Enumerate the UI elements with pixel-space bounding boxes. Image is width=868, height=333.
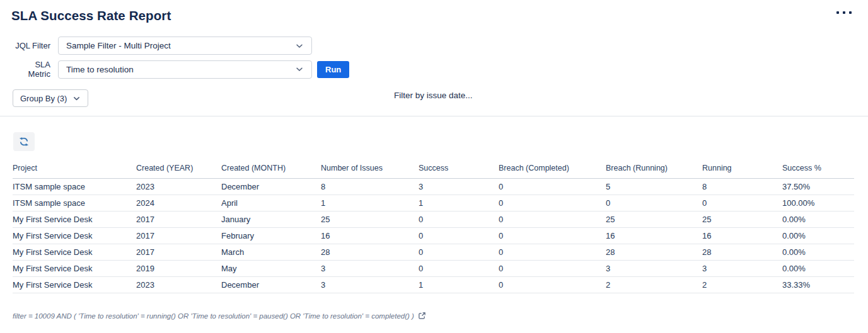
table-row: My First Service Desk2019May300330.00% [13,261,854,277]
table-row: My First Service Desk2023December3102233… [13,277,854,293]
table-cell: 0 [419,244,499,261]
refresh-icon [18,136,30,147]
column-header: Success [419,161,499,179]
table-cell: 0 [606,195,702,212]
table-cell: 3 [702,261,782,277]
table-cell: 2017 [136,244,221,261]
table-cell: December [221,179,321,195]
table-cell: 2 [702,277,782,293]
column-header: Breach (Completed) [499,161,606,179]
table-cell: 0 [499,277,606,293]
table-cell: 28 [702,244,782,261]
table-cell: 16 [321,228,419,244]
table-cell: 0.00% [782,261,854,277]
table-cell: 5 [606,179,702,195]
table-cell: 25 [606,212,702,228]
table-cell: 8 [702,179,782,195]
jql-filter-expression: filter = 10009 AND ( 'Time to resolution… [13,312,414,320]
sla-metric-label: SLA Metric [13,60,50,79]
table-cell: 2017 [136,228,221,244]
column-header: Created (YEAR) [136,161,221,179]
sla-report-table: ProjectCreated (YEAR)Created (MONTH)Numb… [13,161,854,293]
jql-filter-label: JQL Filter [13,41,50,50]
column-header: Project [13,161,136,179]
table-cell: 0 [499,195,606,212]
ellipsis-icon [836,11,852,14]
more-options-button[interactable] [835,9,853,16]
table-cell: 0 [419,228,499,244]
issue-date-filter-input[interactable] [394,91,570,100]
table-cell: 0 [499,228,606,244]
table-cell: April [221,195,321,212]
table-cell: 3 [606,261,702,277]
column-header: Running [702,161,782,179]
table-cell: 2024 [136,195,221,212]
column-header: Created (MONTH) [221,161,321,179]
filter-form: JQL Filter Sample Filter - Multi Project… [0,37,868,79]
page-title: SLA Success Rate Report [11,8,853,23]
table-cell: 3 [321,261,419,277]
table-cell: 0 [499,244,606,261]
table-cell: 0 [419,261,499,277]
table-body: ITSM sample space2023December8305837.50%… [13,179,854,293]
table-row: ITSM sample space2024April11000100.00% [13,195,854,212]
table-cell: 0.00% [782,212,854,228]
table-cell: 16 [702,228,782,244]
table-cell: 0.00% [782,228,854,244]
group-by-label: Group By (3) [20,94,67,103]
table-cell: 0 [499,179,606,195]
table-row: ITSM sample space2023December8305837.50% [13,179,854,195]
table-cell: My First Service Desk [13,212,136,228]
chevron-down-icon [295,42,304,50]
report-toolbar: Group By (3) [13,89,868,108]
table-cell: 100.00% [782,195,854,212]
run-button[interactable]: Run [317,61,349,78]
table-cell: My First Service Desk [13,228,136,244]
table-header-row: ProjectCreated (YEAR)Created (MONTH)Numb… [13,161,854,179]
jql-filter-select[interactable]: Sample Filter - Multi Project [58,37,312,55]
table-cell: 2 [606,277,702,293]
table-cell: 0.00% [782,244,854,261]
table-cell: 25 [702,212,782,228]
table-cell: My First Service Desk [13,261,136,277]
table-cell: ITSM sample space [13,195,136,212]
table-row: My First Service Desk2017January25002525… [13,212,854,228]
refresh-button[interactable] [13,132,35,151]
table-cell: 37.50% [782,179,854,195]
jql-filter-row: JQL Filter Sample Filter - Multi Project [13,37,868,55]
table-cell: 28 [321,244,419,261]
table-cell: 1 [321,195,419,212]
sla-metric-selected-value: Time to resolution [66,65,134,74]
table-cell: December [221,277,321,293]
table-cell: ITSM sample space [13,179,136,195]
table-cell: 3 [419,179,499,195]
table-cell: 0 [499,212,606,228]
table-cell: May [221,261,321,277]
table-cell: February [221,228,321,244]
table-cell: 2023 [136,277,221,293]
table-cell: My First Service Desk [13,277,136,293]
table-cell: 0 [419,212,499,228]
table-cell: 3 [321,277,419,293]
table-cell: March [221,244,321,261]
table-cell: 2017 [136,212,221,228]
column-header: Success % [782,161,854,179]
table-cell: 0 [702,195,782,212]
chevron-down-icon [295,65,304,74]
table-header: ProjectCreated (YEAR)Created (MONTH)Numb… [13,161,854,179]
sla-metric-row: SLA Metric Time to resolution Run [13,60,868,79]
table-cell: 2023 [136,179,221,195]
table-cell: 8 [321,179,419,195]
group-by-button[interactable]: Group By (3) [13,89,88,107]
table-row: My First Service Desk2017March280028280.… [13,244,854,261]
table-cell: 28 [606,244,702,261]
external-link-icon[interactable] [418,312,426,320]
report-header: SLA Success Rate Report [0,0,868,23]
table-cell: My First Service Desk [13,244,136,261]
table-row: My First Service Desk2017February1600161… [13,228,854,244]
table-cell: 25 [321,212,419,228]
table-cell: 0 [499,261,606,277]
sla-metric-select[interactable]: Time to resolution [58,60,312,79]
column-header: Number of Issues [321,161,419,179]
table-cell: 1 [419,277,499,293]
